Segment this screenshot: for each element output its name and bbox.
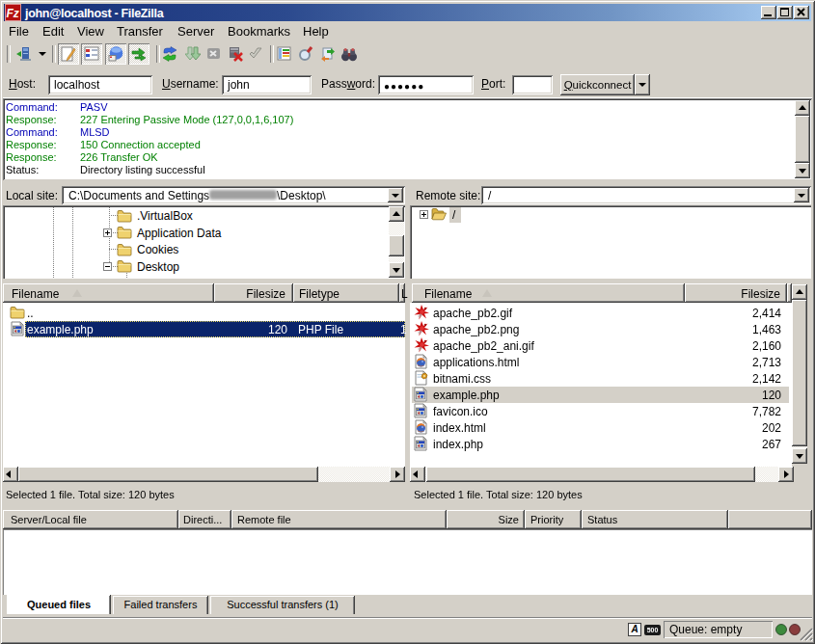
- svg-text:Fz: Fz: [7, 7, 19, 20]
